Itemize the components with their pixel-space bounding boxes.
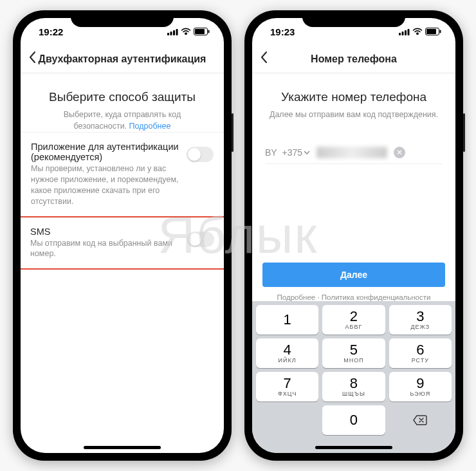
backspace-icon xyxy=(412,414,428,426)
chevron-left-icon xyxy=(260,51,268,64)
svg-rect-0 xyxy=(167,33,169,35)
status-icons xyxy=(167,28,210,35)
iphone-notch xyxy=(71,10,174,27)
footer-links[interactable]: Подробнее · Политика конфиденциальности xyxy=(252,293,455,301)
clear-input-button[interactable]: ✕ xyxy=(394,147,405,158)
next-button[interactable]: Далее xyxy=(262,263,445,287)
toggle-auth-app[interactable] xyxy=(187,147,214,162)
phone-input-row: BY +375 ✕ xyxy=(265,147,443,164)
home-indicator[interactable] xyxy=(84,446,161,449)
svg-rect-12 xyxy=(426,29,436,34)
svg-rect-6 xyxy=(208,30,210,33)
phone-frame-right: 19:23 Номер телефона Укажите номер телеф… xyxy=(244,10,463,461)
svg-rect-5 xyxy=(195,29,205,34)
svg-rect-8 xyxy=(402,32,404,35)
nav-title: Номер телефона xyxy=(311,53,397,65)
keypad-key-3[interactable]: 3ДЕЖЗ xyxy=(389,305,452,335)
wifi-icon xyxy=(412,28,423,35)
keypad-key-4[interactable]: 4ИЙКЛ xyxy=(256,338,318,368)
keypad-key-9[interactable]: 9ЬЭЮЯ xyxy=(389,372,452,402)
keypad-key-1[interactable]: 1 xyxy=(256,305,318,335)
phone-frame-left: 19:22 Двухфакторная аутентификация Выбер… xyxy=(13,10,232,461)
nav-bar: Двухфакторная аутентификация xyxy=(21,45,224,73)
svg-rect-3 xyxy=(176,29,178,35)
option-auth-app[interactable]: Приложение для аутентификации (рекоменду… xyxy=(21,132,224,216)
status-icons xyxy=(399,28,441,35)
svg-rect-2 xyxy=(173,30,175,35)
option-auth-app-desc: Мы проверим, установлено ли у вас нужное… xyxy=(31,163,179,207)
nav-title: Двухфакторная аутентификация xyxy=(39,53,206,65)
back-button[interactable] xyxy=(28,51,36,68)
country-picker[interactable]: BY +375 xyxy=(265,147,310,158)
status-time: 19:23 xyxy=(270,26,295,37)
wifi-icon xyxy=(181,28,191,35)
back-button[interactable] xyxy=(260,51,268,68)
keypad-backspace[interactable] xyxy=(389,405,452,435)
keypad-key-8[interactable]: 8ШЩЪЫ xyxy=(322,372,385,402)
home-indicator[interactable] xyxy=(315,446,392,449)
learn-more-link[interactable]: Подробнее xyxy=(129,122,171,131)
svg-rect-13 xyxy=(440,30,441,33)
keypad-key-6[interactable]: 6РСТУ xyxy=(389,338,452,368)
svg-rect-7 xyxy=(399,33,401,35)
page-subheading: Далее мы отправим вам код подтверждения. xyxy=(268,109,440,121)
nav-bar: Номер телефона xyxy=(252,45,455,73)
phone-number-input[interactable] xyxy=(316,147,387,158)
battery-icon xyxy=(194,28,210,35)
page-heading: Выберите способ защиты xyxy=(31,90,214,104)
option-auth-app-title: Приложение для аутентификации (рекоменду… xyxy=(31,142,179,162)
keypad-key-7[interactable]: 7ФХЦЧ xyxy=(256,372,318,402)
svg-rect-1 xyxy=(170,32,172,35)
option-sms-desc: Мы отправим код на выбранный вами номер. xyxy=(30,238,179,260)
battery-icon xyxy=(425,28,441,35)
chevron-left-icon xyxy=(28,51,36,64)
chevron-down-icon xyxy=(304,151,310,154)
signal-icon xyxy=(399,28,410,35)
svg-rect-9 xyxy=(405,30,407,35)
option-sms[interactable]: SMS Мы отправим код на выбранный вами но… xyxy=(21,216,224,270)
iphone-notch xyxy=(302,10,405,27)
toggle-sms[interactable] xyxy=(187,232,214,247)
signal-icon xyxy=(167,28,178,35)
keypad-key-2[interactable]: 2АБВГ xyxy=(322,305,385,335)
page-heading: Укажите номер телефона xyxy=(262,90,445,104)
status-time: 19:22 xyxy=(39,26,63,37)
keypad-key-0[interactable]: 0 xyxy=(322,405,385,435)
keypad-key-5[interactable]: 5МНОП xyxy=(322,338,385,368)
page-subheading: Выберите, куда отправлять код безопаснос… xyxy=(36,109,208,132)
option-sms-title: SMS xyxy=(30,226,179,237)
svg-rect-10 xyxy=(408,29,410,35)
numeric-keypad: 12АБВГ3ДЕЖЗ4ИЙКЛ5МНОП6РСТУ7ФХЦЧ8ШЩЪЫ9ЬЭЮ… xyxy=(252,301,455,453)
keypad-blank xyxy=(256,405,318,435)
